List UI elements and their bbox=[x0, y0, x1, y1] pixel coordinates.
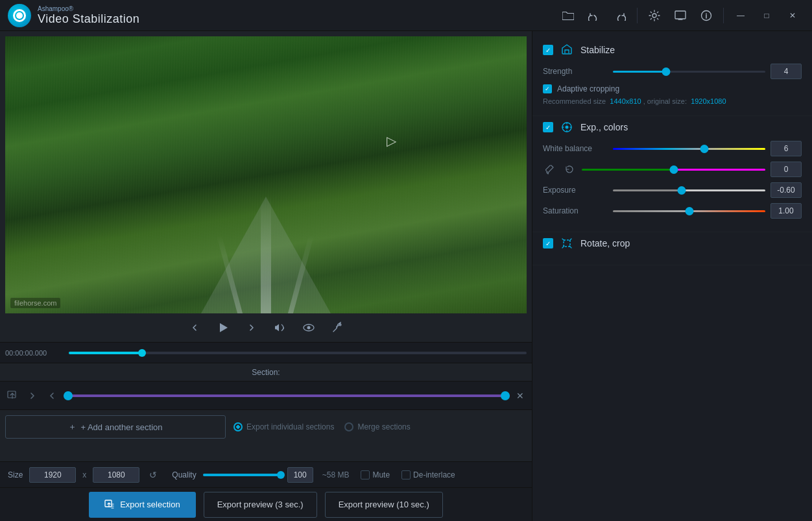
adaptive-crop-checkbox[interactable]: ✓ bbox=[543, 84, 552, 93]
play-button[interactable] bbox=[214, 319, 232, 337]
export-preview-10-button[interactable]: Export preview (10 sec.) bbox=[325, 492, 443, 518]
height-input[interactable] bbox=[93, 467, 139, 483]
section-range[interactable] bbox=[64, 394, 510, 397]
svg-rect-1 bbox=[675, 11, 686, 19]
export-selection-button[interactable]: Export selection bbox=[89, 492, 196, 518]
timeline-bar: 00:00:00.000 bbox=[0, 342, 532, 363]
redo-button[interactable] bbox=[608, 4, 632, 27]
rotate-crop-title-row: ✓ Rotate, crop bbox=[543, 236, 802, 250]
section-close-button[interactable]: ✕ bbox=[514, 389, 527, 402]
stabilize-section: ✓ Stabilize Strength 4 ✓ Adaptive croppi… bbox=[532, 39, 812, 116]
recommended-label: Recommended size bbox=[543, 97, 606, 105]
next-frame-button[interactable] bbox=[243, 319, 261, 337]
eyedropper-button[interactable] bbox=[543, 162, 557, 176]
stabilize-title-row: ✓ Stabilize bbox=[543, 43, 802, 57]
deinterlace-checkbox-row[interactable]: De-interlace bbox=[401, 470, 455, 479]
reset-wb-button[interactable] bbox=[562, 162, 577, 176]
strength-thumb[interactable] bbox=[662, 67, 671, 76]
minimize-button[interactable]: — bbox=[729, 4, 752, 27]
folder-button[interactable] bbox=[556, 4, 580, 27]
merge-sections-option[interactable]: Merge sections bbox=[344, 422, 410, 431]
stabilize-checkbox[interactable]: ✓ bbox=[543, 45, 553, 55]
video-area: ▷ filehorse.com bbox=[5, 36, 527, 313]
svg-rect-7 bbox=[8, 391, 16, 398]
section-label: Section: bbox=[252, 368, 280, 377]
app-name: Video Stabilization bbox=[38, 12, 139, 26]
adaptive-crop-row: ✓ Adaptive cropping bbox=[543, 84, 802, 93]
video-placeholder: ▷ filehorse.com bbox=[5, 36, 527, 313]
stabilize-title: Stabilize bbox=[580, 45, 615, 55]
section-export-icon[interactable] bbox=[5, 388, 21, 404]
strength-slider[interactable] bbox=[613, 71, 765, 73]
size-quality-bar: Size x ↺ Quality 100 ~58 MB Mute De-inte… bbox=[0, 461, 532, 487]
section-controls: ✕ bbox=[0, 381, 532, 409]
info-button[interactable] bbox=[695, 4, 718, 27]
saturation-row: Saturation 1.00 bbox=[543, 203, 802, 219]
reset-size-button[interactable]: ↺ bbox=[146, 468, 160, 482]
section-nav-right[interactable] bbox=[25, 388, 40, 404]
export-individual-radio[interactable] bbox=[233, 422, 243, 431]
exp-colors-checkbox[interactable]: ✓ bbox=[543, 122, 553, 132]
deinterlace-checkbox[interactable] bbox=[401, 470, 411, 479]
svg-rect-11 bbox=[564, 240, 570, 247]
svg-point-0 bbox=[652, 14, 656, 18]
rotate-crop-title: Rotate, crop bbox=[580, 238, 630, 248]
quality-value: 100 bbox=[287, 467, 313, 483]
rotate-crop-checkbox[interactable]: ✓ bbox=[543, 238, 553, 248]
exposure-slider[interactable] bbox=[613, 189, 765, 191]
exposure-thumb[interactable] bbox=[677, 186, 686, 195]
export-individual-option[interactable]: Export individual sections bbox=[233, 422, 334, 431]
add-section-icon: ＋ bbox=[68, 421, 77, 433]
saturation-thumb[interactable] bbox=[685, 207, 693, 215]
exposure-value: -0.60 bbox=[770, 182, 802, 198]
section-nav-left[interactable] bbox=[44, 388, 60, 404]
mute-checkbox-row[interactable]: Mute bbox=[361, 470, 390, 479]
rotate-crop-section: ✓ Rotate, crop bbox=[532, 232, 812, 265]
maximize-button[interactable]: □ bbox=[755, 4, 778, 27]
display-button[interactable] bbox=[669, 4, 692, 27]
section-left-thumb[interactable] bbox=[64, 391, 73, 400]
quality-slider[interactable] bbox=[203, 474, 281, 476]
exp-colors-icon bbox=[560, 120, 574, 134]
exposure-label: Exposure bbox=[543, 186, 608, 195]
playback-bar bbox=[0, 313, 532, 342]
green-balance-thumb[interactable] bbox=[669, 165, 678, 174]
timeline-track[interactable] bbox=[69, 352, 527, 354]
exp-colors-title-row: ✓ Exp., colors bbox=[543, 120, 802, 134]
stabilize-icon bbox=[560, 43, 574, 57]
prev-frame-button[interactable] bbox=[185, 319, 204, 337]
app-title-block: Ashampoo® Video Stabilization bbox=[38, 5, 139, 26]
saturation-slider[interactable] bbox=[613, 210, 765, 212]
preview-button[interactable] bbox=[300, 319, 318, 337]
export-preview-3-button[interactable]: Export preview (3 sec.) bbox=[204, 492, 317, 518]
merge-sections-radio[interactable] bbox=[344, 422, 353, 431]
tools-button[interactable] bbox=[328, 319, 346, 337]
exposure-row: Exposure -0.60 bbox=[543, 182, 802, 198]
white-balance-row: White balance 6 bbox=[543, 141, 802, 156]
export-preview-10-label: Export preview (10 sec.) bbox=[339, 500, 429, 509]
recommended-size-link[interactable]: 1440x810 bbox=[610, 97, 641, 105]
green-balance-value: 0 bbox=[770, 162, 802, 177]
green-balance-slider[interactable] bbox=[582, 169, 765, 171]
mute-checkbox[interactable] bbox=[361, 470, 370, 479]
export-preview-3-label: Export preview (3 sec.) bbox=[217, 500, 304, 509]
size-label: Size bbox=[8, 470, 23, 479]
timeline-thumb[interactable] bbox=[138, 349, 146, 357]
left-panel: ▷ filehorse.com bbox=[0, 31, 532, 521]
titlebar-actions: — □ ✕ bbox=[556, 4, 804, 27]
saturation-value: 1.00 bbox=[770, 203, 802, 219]
white-balance-slider[interactable] bbox=[613, 148, 765, 150]
settings-button[interactable] bbox=[643, 4, 666, 27]
undo-button[interactable] bbox=[582, 4, 606, 27]
width-input[interactable] bbox=[29, 467, 76, 483]
add-section-button[interactable]: ＋ + Add another section bbox=[5, 415, 226, 439]
white-balance-thumb[interactable] bbox=[700, 145, 709, 153]
white-balance-value: 6 bbox=[770, 141, 802, 156]
volume-button[interactable] bbox=[271, 319, 289, 337]
section-right-thumb[interactable] bbox=[501, 391, 510, 400]
original-size-link[interactable]: 1920x1080 bbox=[691, 97, 726, 105]
close-button[interactable]: ✕ bbox=[781, 4, 804, 27]
strength-row: Strength 4 bbox=[543, 64, 802, 79]
quality-slider-thumb[interactable] bbox=[277, 471, 285, 479]
watermark: filehorse.com bbox=[10, 298, 60, 308]
